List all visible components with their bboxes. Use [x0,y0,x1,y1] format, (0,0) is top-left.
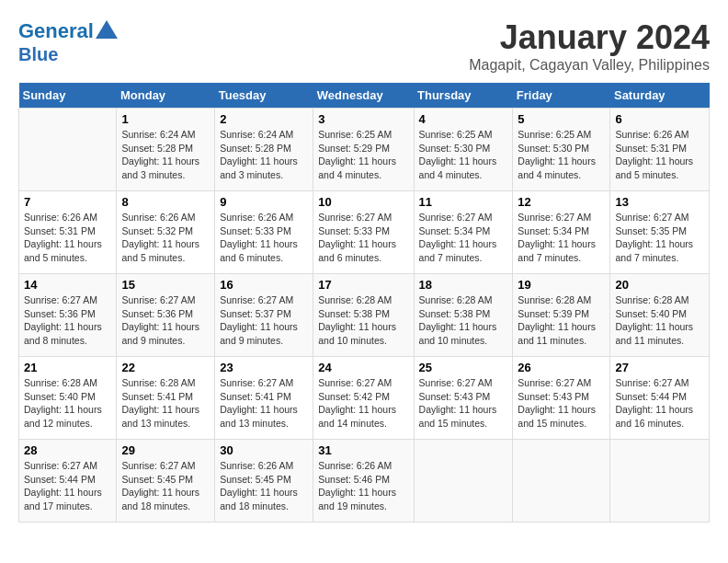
calendar-table: Sunday Monday Tuesday Wednesday Thursday… [18,83,710,523]
calendar-cell: 15 Sunrise: 6:27 AMSunset: 5:36 PMDaylig… [117,274,215,357]
day-info: Sunrise: 6:27 AMSunset: 5:36 PMDaylight:… [24,293,111,348]
day-number: 11 [419,195,508,209]
calendar-cell: 2 Sunrise: 6:24 AMSunset: 5:28 PMDayligh… [215,109,313,191]
day-number: 15 [121,278,210,292]
day-number: 27 [615,361,704,374]
day-number: 7 [24,195,111,209]
day-number: 9 [220,195,308,209]
day-info: Sunrise: 6:27 AMSunset: 5:44 PMDaylight:… [615,376,704,431]
day-info: Sunrise: 6:27 AMSunset: 5:41 PMDaylight:… [220,376,308,431]
calendar-week-1: 1 Sunrise: 6:24 AMSunset: 5:28 PMDayligh… [19,109,710,191]
day-number: 31 [318,443,408,457]
col-tuesday: Tuesday [215,83,313,109]
calendar-week-4: 21 Sunrise: 6:28 AMSunset: 5:40 PMDaylig… [19,357,710,440]
calendar-cell: 24 Sunrise: 6:27 AMSunset: 5:42 PMDaylig… [313,357,414,440]
calendar-cell: 10 Sunrise: 6:27 AMSunset: 5:33 PMDaylig… [313,191,414,274]
day-info: Sunrise: 6:24 AMSunset: 5:28 PMDaylight:… [121,128,210,182]
calendar-cell: 1 Sunrise: 6:24 AMSunset: 5:28 PMDayligh… [117,109,215,191]
calendar-cell: 3 Sunrise: 6:25 AMSunset: 5:29 PMDayligh… [313,109,414,191]
logo-text-general: General [18,20,94,42]
calendar-week-2: 7 Sunrise: 6:26 AMSunset: 5:31 PMDayligh… [19,191,710,274]
day-number: 21 [24,361,111,374]
title-block: January 2024 Magapit, Cagayan Valley, Ph… [469,18,710,74]
day-info: Sunrise: 6:28 AMSunset: 5:40 PMDaylight:… [615,293,704,348]
logo: General Blue [18,18,119,64]
day-number: 13 [615,195,704,209]
calendar-cell: 18 Sunrise: 6:28 AMSunset: 5:38 PMDaylig… [414,274,513,357]
day-info: Sunrise: 6:27 AMSunset: 5:35 PMDaylight:… [615,211,704,265]
location-subtitle: Magapit, Cagayan Valley, Philippines [469,57,710,74]
day-number: 23 [220,361,308,374]
day-info: Sunrise: 6:26 AMSunset: 5:31 PMDaylight:… [615,128,704,182]
col-thursday: Thursday [414,83,513,109]
calendar-cell: 26 Sunrise: 6:27 AMSunset: 5:43 PMDaylig… [513,357,610,440]
day-number: 26 [518,361,605,374]
day-info: Sunrise: 6:25 AMSunset: 5:30 PMDaylight:… [518,128,605,182]
calendar-cell: 11 Sunrise: 6:27 AMSunset: 5:34 PMDaylig… [414,191,513,274]
day-info: Sunrise: 6:26 AMSunset: 5:33 PMDaylight:… [220,211,308,265]
day-number: 8 [121,195,210,209]
col-saturday: Saturday [610,83,710,109]
calendar-cell: 7 Sunrise: 6:26 AMSunset: 5:31 PMDayligh… [19,191,117,274]
page-header: General Blue January 2024 Magapit, Cagay… [18,18,710,74]
calendar-cell: 6 Sunrise: 6:26 AMSunset: 5:31 PMDayligh… [610,109,710,191]
day-info: Sunrise: 6:27 AMSunset: 5:34 PMDaylight:… [419,211,508,265]
calendar-cell: 16 Sunrise: 6:27 AMSunset: 5:37 PMDaylig… [215,274,313,357]
day-info: Sunrise: 6:25 AMSunset: 5:29 PMDaylight:… [318,128,408,182]
day-info: Sunrise: 6:27 AMSunset: 5:44 PMDaylight:… [24,459,111,513]
calendar-cell: 12 Sunrise: 6:27 AMSunset: 5:34 PMDaylig… [513,191,610,274]
day-info: Sunrise: 6:27 AMSunset: 5:45 PMDaylight:… [121,459,210,513]
calendar-week-3: 14 Sunrise: 6:27 AMSunset: 5:36 PMDaylig… [19,274,710,357]
day-info: Sunrise: 6:27 AMSunset: 5:42 PMDaylight:… [318,376,408,431]
day-info: Sunrise: 6:28 AMSunset: 5:38 PMDaylight:… [318,293,408,348]
calendar-cell: 27 Sunrise: 6:27 AMSunset: 5:44 PMDaylig… [610,357,710,440]
day-number: 18 [419,278,508,292]
day-number: 2 [220,112,308,126]
day-number: 1 [121,112,210,126]
day-number: 6 [615,112,704,126]
calendar-cell: 19 Sunrise: 6:28 AMSunset: 5:39 PMDaylig… [513,274,610,357]
day-number: 5 [518,112,605,126]
day-number: 14 [24,278,111,292]
header-row: Sunday Monday Tuesday Wednesday Thursday… [19,83,710,109]
day-number: 30 [220,443,308,457]
col-friday: Friday [513,83,610,109]
calendar-cell: 28 Sunrise: 6:27 AMSunset: 5:44 PMDaylig… [19,440,117,523]
col-monday: Monday [117,83,215,109]
calendar-cell: 17 Sunrise: 6:28 AMSunset: 5:38 PMDaylig… [313,274,414,357]
calendar-cell [513,440,610,523]
day-info: Sunrise: 6:28 AMSunset: 5:38 PMDaylight:… [419,293,508,348]
day-number: 19 [518,278,605,292]
day-number: 17 [318,278,408,292]
calendar-cell: 29 Sunrise: 6:27 AMSunset: 5:45 PMDaylig… [117,440,215,523]
calendar-cell: 21 Sunrise: 6:28 AMSunset: 5:40 PMDaylig… [19,357,117,440]
logo-icon [94,18,119,44]
calendar-cell: 14 Sunrise: 6:27 AMSunset: 5:36 PMDaylig… [19,274,117,357]
logo-text-blue: Blue [18,44,119,64]
svg-marker-0 [96,20,118,39]
calendar-cell [610,440,710,523]
day-number: 28 [24,443,111,457]
day-info: Sunrise: 6:27 AMSunset: 5:43 PMDaylight:… [518,376,605,431]
day-info: Sunrise: 6:28 AMSunset: 5:40 PMDaylight:… [24,376,111,431]
day-number: 20 [615,278,704,292]
day-info: Sunrise: 6:27 AMSunset: 5:34 PMDaylight:… [518,211,605,265]
day-number: 22 [121,361,210,374]
calendar-cell: 4 Sunrise: 6:25 AMSunset: 5:30 PMDayligh… [414,109,513,191]
day-info: Sunrise: 6:28 AMSunset: 5:39 PMDaylight:… [518,293,605,348]
day-number: 3 [318,112,408,126]
calendar-cell: 5 Sunrise: 6:25 AMSunset: 5:30 PMDayligh… [513,109,610,191]
day-info: Sunrise: 6:26 AMSunset: 5:46 PMDaylight:… [318,459,408,513]
calendar-week-5: 28 Sunrise: 6:27 AMSunset: 5:44 PMDaylig… [19,440,710,523]
day-info: Sunrise: 6:25 AMSunset: 5:30 PMDaylight:… [419,128,508,182]
calendar-cell: 8 Sunrise: 6:26 AMSunset: 5:32 PMDayligh… [117,191,215,274]
day-info: Sunrise: 6:27 AMSunset: 5:37 PMDaylight:… [220,293,308,348]
day-info: Sunrise: 6:28 AMSunset: 5:41 PMDaylight:… [121,376,210,431]
calendar-cell: 13 Sunrise: 6:27 AMSunset: 5:35 PMDaylig… [610,191,710,274]
day-number: 25 [419,361,508,374]
day-info: Sunrise: 6:27 AMSunset: 5:43 PMDaylight:… [419,376,508,431]
day-number: 16 [220,278,308,292]
month-title: January 2024 [469,18,710,57]
calendar-cell: 25 Sunrise: 6:27 AMSunset: 5:43 PMDaylig… [414,357,513,440]
calendar-cell: 9 Sunrise: 6:26 AMSunset: 5:33 PMDayligh… [215,191,313,274]
